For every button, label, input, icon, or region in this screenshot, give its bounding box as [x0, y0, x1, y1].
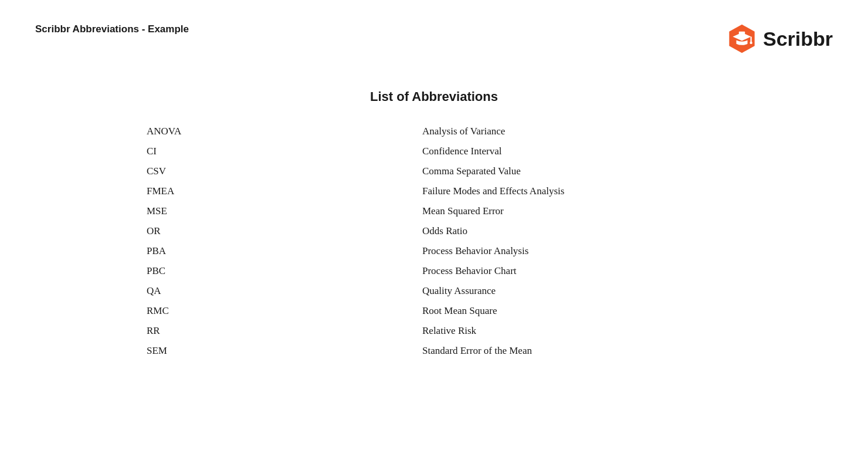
- table-row: PBCProcess Behavior Chart: [141, 265, 727, 277]
- table-row: PBAProcess Behavior Analysis: [141, 245, 727, 257]
- table-row: OROdds Ratio: [141, 225, 727, 237]
- table-row: ANOVAAnalysis of Variance: [141, 126, 727, 137]
- abbrev-short: FMEA: [141, 185, 422, 197]
- table-row: SEMStandard Error of the Mean: [141, 345, 727, 357]
- abbrev-long: Process Behavior Chart: [422, 265, 727, 277]
- abbrev-long: Odds Ratio: [422, 225, 727, 237]
- abbrev-short: QA: [141, 285, 422, 297]
- scribbr-logo-text: Scribbr: [763, 28, 833, 50]
- abbrev-short: MSE: [141, 205, 422, 217]
- svg-rect-2: [739, 32, 745, 34]
- abbrev-long: Root Mean Square: [422, 305, 727, 317]
- abbrev-short: PBC: [141, 265, 422, 277]
- table-row: RRRelative Risk: [141, 325, 727, 337]
- abbrev-short: RMC: [141, 305, 422, 317]
- page-container: Scribbr Abbreviations - Example Scribbr …: [0, 0, 868, 453]
- table-row: QAQuality Assurance: [141, 285, 727, 297]
- abbrev-short: CI: [141, 146, 422, 157]
- abbrev-long: Relative Risk: [422, 325, 727, 337]
- table-row: CSVComma Separated Value: [141, 165, 727, 177]
- abbrev-long: Mean Squared Error: [422, 205, 727, 217]
- svg-point-4: [750, 42, 752, 44]
- doc-title: Scribbr Abbreviations - Example: [35, 23, 189, 35]
- abbrev-short: ANOVA: [141, 126, 422, 137]
- header: Scribbr Abbreviations - Example Scribbr: [35, 23, 833, 54]
- abbrev-long: Failure Modes and Effects Analysis: [422, 185, 727, 197]
- abbreviations-table: ANOVAAnalysis of VarianceCIConfidence In…: [141, 126, 727, 365]
- list-title: List of Abbreviations: [370, 89, 498, 104]
- main-content: List of Abbreviations ANOVAAnalysis of V…: [35, 89, 833, 365]
- abbrev-long: Confidence Interval: [422, 146, 727, 157]
- abbrev-short: CSV: [141, 165, 422, 177]
- abbrev-long: Analysis of Variance: [422, 126, 727, 137]
- table-row: RMCRoot Mean Square: [141, 305, 727, 317]
- scribbr-logo: Scribbr: [727, 23, 833, 54]
- abbrev-short: PBA: [141, 245, 422, 257]
- abbrev-short: OR: [141, 225, 422, 237]
- table-row: MSEMean Squared Error: [141, 205, 727, 217]
- abbrev-long: Standard Error of the Mean: [422, 345, 727, 357]
- abbrev-long: Comma Separated Value: [422, 165, 727, 177]
- abbrev-short: SEM: [141, 345, 422, 357]
- abbrev-long: Quality Assurance: [422, 285, 727, 297]
- table-row: FMEAFailure Modes and Effects Analysis: [141, 185, 727, 197]
- abbrev-long: Process Behavior Analysis: [422, 245, 727, 257]
- table-row: CIConfidence Interval: [141, 146, 727, 157]
- abbrev-short: RR: [141, 325, 422, 337]
- scribbr-icon: [727, 23, 757, 54]
